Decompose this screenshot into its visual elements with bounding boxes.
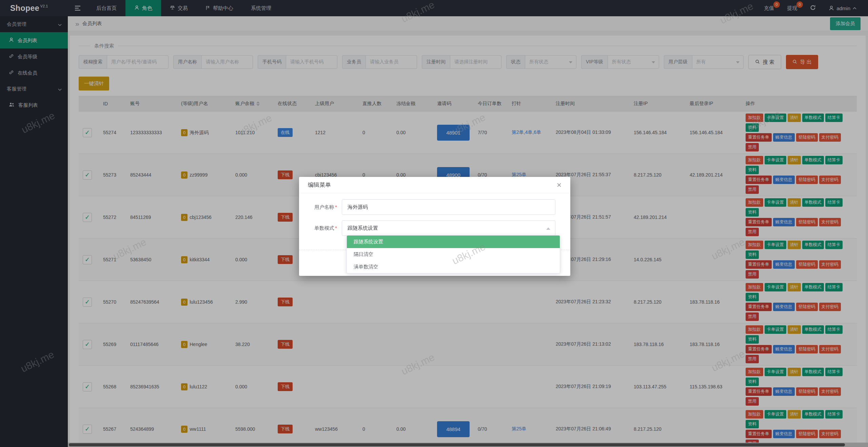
order-mode-select[interactable]: 跟随系统设置: [342, 220, 555, 236]
caret-up-icon: [546, 227, 550, 230]
required-asterisk: *: [335, 225, 337, 231]
username-input[interactable]: 海外源码: [342, 199, 555, 215]
close-icon[interactable]: ×: [557, 181, 561, 189]
dropdown-option-0[interactable]: 跟随系统设置: [347, 236, 560, 248]
username-field-row: 用户名称* 海外源码: [299, 199, 570, 215]
modal-header: 编辑菜单 ×: [299, 177, 570, 193]
modal-title: 编辑菜单: [308, 181, 331, 189]
order-mode-label: 单数模式*: [299, 225, 342, 231]
dropdown-option-1[interactable]: 隔日清空: [347, 248, 560, 261]
order-mode-field-row: 单数模式* 跟随系统设置: [299, 220, 570, 236]
dropdown-option-2[interactable]: 满单数清空: [347, 261, 560, 273]
username-label: 用户名称*: [299, 204, 342, 210]
order-mode-dropdown: 跟随系统设置隔日清空满单数清空: [347, 235, 560, 273]
edit-menu-modal: 编辑菜单 × 用户名称* 海外源码 单数模式* 跟随系统设置 跟随系统设置隔日清…: [299, 177, 570, 276]
modal-body: 用户名称* 海外源码 单数模式* 跟随系统设置: [299, 193, 570, 236]
required-asterisk: *: [335, 204, 337, 210]
